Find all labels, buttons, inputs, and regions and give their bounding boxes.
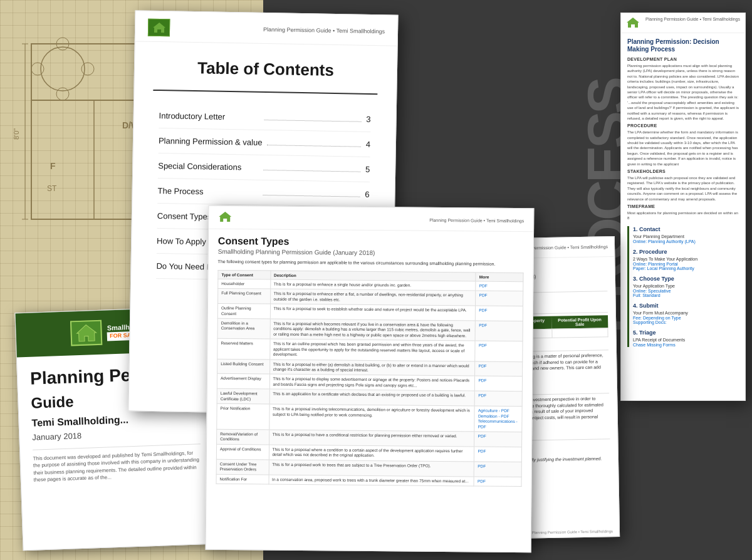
consent-intro: The following consent types for planning… (218, 259, 524, 267)
pdf-link[interactable]: PDF (478, 378, 486, 383)
process-num-value: Your Application Type (633, 283, 739, 289)
process-logo-small (626, 17, 640, 29)
toc-dots (263, 195, 360, 197)
consent-more-cell: PDF (475, 341, 523, 361)
stakeholders-text: The LPA will publicise each proposal onc… (627, 175, 739, 202)
pdf-link[interactable]: PDF (478, 464, 486, 468)
consent-desc-cell: This is an application for a certificate… (269, 389, 475, 406)
cover-logo-icon (70, 320, 102, 346)
consent-desc-cell: This is for a proposal where a condition… (269, 445, 474, 462)
process-num-link: Online: Planning PortalPaper: Local Plan… (633, 262, 739, 271)
toc-logo (148, 19, 170, 37)
process-section-title: Planning Permission: Decision Making Pro… (627, 38, 739, 53)
consent-more-cell: Agriculture - PDFDemolition - PDFTelecom… (474, 406, 522, 432)
process-header-title: Planning Permission Guide • Temi Smallho… (645, 17, 740, 29)
consent-more-cell: PDF (474, 477, 521, 487)
toc-page-num: 4 (366, 140, 370, 149)
consent-more-cell: PDF (474, 432, 522, 447)
consent-body: Consent Types Smallholding Planning Perm… (206, 229, 533, 494)
consent-type-cell: Approval of Conditions (216, 444, 269, 460)
toc-item-name: Introductory Letter (159, 111, 259, 122)
consent-type-cell: Outline Planning Consent (217, 303, 270, 319)
consent-type-cell: Advertisement Display (217, 374, 269, 390)
consent-col-header: More (476, 272, 523, 282)
pdf-link[interactable]: PDF (479, 293, 488, 298)
toc-header: Planning Permission Guide • Temi Smallho… (135, 11, 398, 46)
dev-plan-text: Planning permission applications must al… (627, 63, 739, 121)
toc-item-name: Special Considerations (158, 161, 258, 172)
consent-type-cell: Prior Notification (217, 404, 269, 430)
pdf-link[interactable]: Agriculture - PDFDemolition - PDFTelecom… (478, 408, 518, 428)
toc-dots (267, 145, 360, 147)
consent-type-cell: Demolition in a Conservation Area (217, 318, 270, 339)
consent-col-header: Type of Consent (218, 270, 271, 279)
consent-type-cell: Householder (218, 279, 271, 289)
toc-item: Planning Permission & value 4 (159, 128, 371, 157)
pdf-link[interactable]: PDF (478, 479, 486, 483)
toc-dots (263, 170, 360, 172)
svg-marker-20 (627, 18, 639, 28)
consent-desc-cell: This is for a proposal to enhance either… (270, 289, 476, 306)
svg-point-8 (31, 63, 44, 75)
timeframe-text: Most applications for planning permissio… (627, 210, 739, 221)
pdf-link[interactable]: PDF (479, 343, 487, 348)
svg-marker-18 (76, 324, 97, 341)
consent-table-row: Notification ForIn a conservation area, … (216, 474, 521, 487)
toc-item-name: The Process (157, 186, 258, 197)
pdf-link[interactable]: PDF (479, 323, 487, 328)
consent-more-cell: PDF (474, 462, 522, 477)
process-content: Planning Permission: Decision Making Pro… (621, 33, 745, 357)
procedure-text: The LPA determine whether the form and m… (627, 130, 739, 167)
svg-point-9 (81, 63, 94, 75)
toc-item: Special Considerations 5 (158, 153, 370, 182)
timeframe-title: TIMEFRAME (627, 204, 739, 209)
pdf-link[interactable]: PDF (478, 433, 486, 438)
footer-title: Planning Permission Guide • Temi Smallho… (532, 529, 613, 534)
consent-header: Planning Permission Guide • Temi Smallho… (209, 206, 533, 232)
toc-dots (264, 120, 362, 122)
consent-desc-cell: This is for a proposal to either (a) dem… (269, 360, 475, 376)
process-page: Planning Permission Guide • Temi Smallho… (620, 13, 746, 401)
toc-item-name: Planning Permission & value (159, 136, 263, 147)
consent-more-cell: PDF (474, 447, 522, 462)
consent-type-cell: Notification For (216, 474, 269, 484)
dev-plan-title: DEVELOPMENT PLAN (627, 57, 739, 61)
pdf-link[interactable]: PDF (478, 393, 486, 398)
consent-logo (218, 211, 232, 225)
consent-table-row: Prior NotificationThis is for a proposal… (217, 404, 522, 432)
process-num-item: 4. Submit Your Form Must Accompany Fee: … (633, 303, 739, 324)
svg-marker-21 (219, 212, 231, 222)
pdf-link[interactable]: PDF (478, 449, 486, 453)
consent-page: Planning Permission Guide • Temi Smallho… (206, 205, 535, 553)
process-num-item: 1. Contact Your Planning Department Onli… (633, 226, 739, 244)
toc-item: The Process 6 (157, 179, 370, 207)
consent-desc-cell: In a conservation area, proposed work to… (269, 475, 474, 486)
consent-more-cell: PDF (475, 361, 523, 377)
consent-desc-cell: This is for a proposal to display some a… (269, 375, 475, 391)
consent-subtitle: Smallholding Planning Permission Guide (… (218, 248, 524, 257)
process-num-value: Your Form Must Accompany (633, 310, 739, 316)
consent-desc-cell: This is for a proposal involving telecom… (269, 404, 474, 432)
main-scene: D/W F ST 8'0" Smallholdings (0, 0, 752, 560)
process-num-item: 5. Triage LPA Receipt of Documents Chase… (633, 329, 739, 347)
consent-type-cell: Lawful Development Certificate (LDC) (217, 389, 269, 405)
consent-desc-cell: This is for a proposal to seek to establ… (270, 304, 476, 321)
pdf-link[interactable]: PDF (479, 308, 487, 313)
toc-page-num: 5 (365, 165, 370, 174)
consent-table: Type of ConsentDescriptionMoreHouseholde… (216, 270, 524, 487)
cover-date: January 2018 (32, 427, 200, 442)
pdf-link[interactable]: PDF (479, 283, 488, 288)
toc-page-num: 6 (365, 190, 369, 199)
profit-header: Potential Profit Upon Sale (551, 315, 607, 329)
process-num-item: 2. Procedure 2 Ways To Make Your Applica… (633, 249, 739, 271)
consent-more-cell: PDF (475, 376, 523, 391)
pdf-link[interactable]: PDF (479, 363, 487, 368)
cover-description: This document was developed and publishe… (33, 443, 202, 483)
consent-type-cell: Reserved Matters (217, 339, 270, 360)
process-num-value: Your Planning Department (633, 234, 739, 239)
process-num-label: 2. Procedure (633, 249, 739, 255)
svg-point-7 (56, 88, 69, 100)
consent-title: Consent Types (218, 236, 524, 249)
process-num-item: 3. Choose Type Your Application Type Onl… (633, 276, 739, 298)
consent-type-cell: Full Planning Consent (218, 289, 271, 304)
